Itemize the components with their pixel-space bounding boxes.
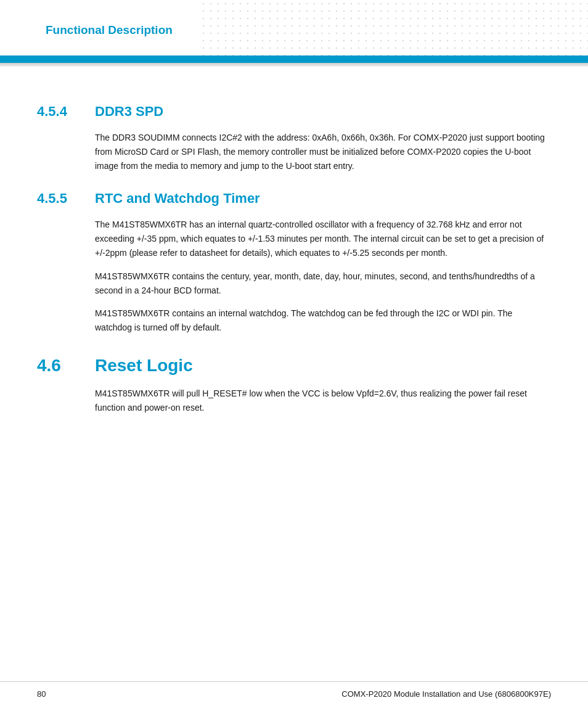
- section-455b-para-2: M41ST85WMX6TR contains the century, year…: [95, 269, 551, 298]
- section-46-body: M41ST85WMX6TR will pull H_RESET# low whe…: [37, 387, 551, 415]
- header-title: Functional Description: [46, 23, 173, 37]
- section-455-number: 4.5.4: [37, 104, 80, 120]
- section-455b-para-1: The M41ST85WMX6TR has an internal quartz…: [95, 218, 551, 260]
- document-title: COMX-P2020 Module Installation and Use (…: [341, 689, 551, 699]
- section-46-para-1: M41ST85WMX6TR will pull H_RESET# low whe…: [95, 387, 551, 415]
- page-number: 80: [37, 689, 46, 699]
- page-header: Functional Description: [0, 0, 588, 55]
- section-455b-para-3: M41ST85WMX6TR contains an internal watch…: [95, 306, 551, 335]
- section-46-title: Reset Logic: [95, 356, 193, 376]
- section-455-heading: 4.5.4 DDR3 SPD: [37, 104, 551, 120]
- section-455-title: DDR3 SPD: [95, 104, 163, 120]
- section-455b-heading: 4.5.5 RTC and Watchdog Timer: [37, 191, 551, 207]
- section-455-para-1: The DDR3 SOUDIMM connects I2C#2 with the…: [95, 131, 551, 173]
- section-46-number: 4.6: [37, 356, 80, 376]
- section-46-heading: 4.6 Reset Logic: [37, 356, 551, 376]
- section-455b-number: 4.5.5: [37, 191, 80, 207]
- section-455-body: The DDR3 SOUDIMM connects I2C#2 with the…: [37, 131, 551, 173]
- main-content: 4.5.4 DDR3 SPD The DDR3 SOUDIMM connects…: [0, 67, 588, 461]
- section-455b-body: The M41ST85WMX6TR has an internal quartz…: [37, 218, 551, 335]
- blue-divider-bar: [0, 55, 588, 63]
- page-footer: 80 COMX-P2020 Module Installation and Us…: [0, 681, 588, 706]
- section-455b-title: RTC and Watchdog Timer: [95, 191, 260, 207]
